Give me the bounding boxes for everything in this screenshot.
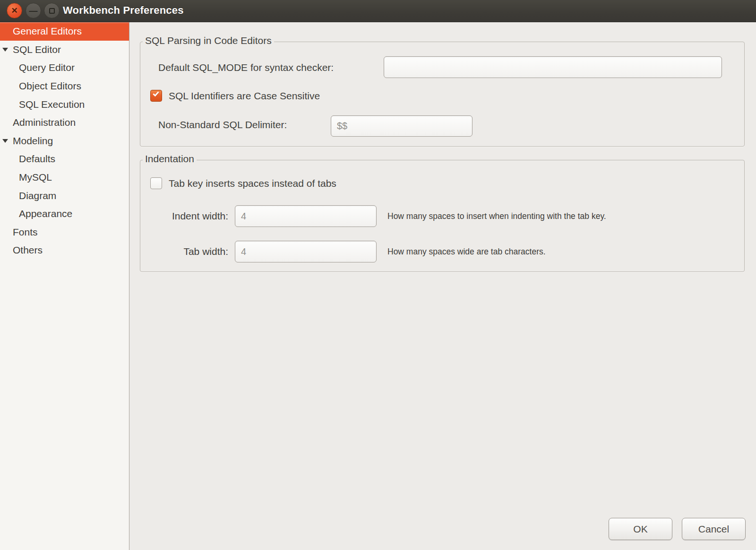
chevron-down-icon[interactable] bbox=[2, 139, 8, 143]
group-sql-parsing-title: SQL Parsing in Code Editors bbox=[143, 35, 274, 46]
sidebar-item-label: Appearance bbox=[19, 208, 72, 219]
ok-button[interactable]: OK bbox=[609, 518, 672, 540]
sidebar-item-label: General Editors bbox=[13, 26, 82, 37]
sidebar-item-label: Query Editor bbox=[19, 62, 75, 73]
indent-width-input[interactable] bbox=[235, 205, 377, 227]
sidebar: General Editors SQL Editor Query Editor … bbox=[0, 22, 129, 550]
sidebar-item-label: Modeling bbox=[13, 135, 53, 147]
close-icon: ✕ bbox=[11, 7, 17, 15]
sidebar-item-defaults[interactable]: Defaults bbox=[0, 150, 129, 168]
delimiter-label: Non-Standard SQL Delimiter: bbox=[158, 118, 287, 131]
settings-panel: SQL Parsing in Code Editors Default SQL_… bbox=[129, 22, 756, 550]
sidebar-item-object-editors[interactable]: Object Editors bbox=[0, 77, 129, 96]
tab-width-description: How many spaces wide are tab characters. bbox=[387, 246, 546, 257]
sidebar-item-general-editors[interactable]: General Editors bbox=[0, 22, 129, 41]
sidebar-item-query-editor[interactable]: Query Editor bbox=[0, 59, 129, 77]
sidebar-item-label: Object Editors bbox=[19, 80, 81, 92]
sql-mode-input[interactable] bbox=[384, 56, 722, 78]
cancel-button[interactable]: Cancel bbox=[682, 518, 746, 540]
sidebar-item-administration[interactable]: Administration bbox=[0, 113, 129, 132]
sidebar-item-modeling[interactable]: Modeling bbox=[0, 132, 129, 150]
sidebar-item-sql-execution[interactable]: SQL Execution bbox=[0, 95, 129, 113]
window-title: Workbench Preferences bbox=[63, 4, 184, 17]
maximize-button[interactable] bbox=[44, 3, 60, 18]
sidebar-item-mysql[interactable]: MySQL bbox=[0, 168, 129, 187]
sidebar-item-appearance[interactable]: Appearance bbox=[0, 205, 129, 223]
ok-button-label: OK bbox=[633, 524, 647, 535]
preferences-window: ✕ — Workbench Preferences General Editor… bbox=[0, 0, 756, 550]
group-indentation-title: Indentation bbox=[143, 153, 197, 165]
close-button[interactable]: ✕ bbox=[7, 3, 22, 18]
sidebar-item-label: SQL Execution bbox=[19, 99, 85, 110]
sidebar-item-label: MySQL bbox=[19, 172, 52, 183]
sidebar-item-sql-editor[interactable]: SQL Editor bbox=[0, 41, 129, 59]
maximize-icon bbox=[49, 8, 55, 14]
case-sensitive-label: SQL Identifiers are Case Sensitive bbox=[169, 89, 320, 103]
sidebar-item-fonts[interactable]: Fonts bbox=[0, 223, 129, 242]
minimize-button[interactable]: — bbox=[26, 3, 41, 18]
tab-spaces-label: Tab key inserts spaces instead of tabs bbox=[169, 177, 336, 190]
tab-width-label: Tab width: bbox=[148, 245, 228, 258]
app-body: General Editors SQL Editor Query Editor … bbox=[0, 22, 756, 550]
sidebar-item-label: Administration bbox=[13, 117, 76, 128]
cancel-button-label: Cancel bbox=[698, 524, 729, 535]
indent-width-label: Indent width: bbox=[148, 210, 228, 223]
sidebar-item-label: Fonts bbox=[13, 227, 38, 238]
sql-mode-label: Default SQL_MODE for syntax checker: bbox=[158, 61, 334, 74]
minimize-icon: — bbox=[29, 7, 38, 15]
sidebar-item-others[interactable]: Others bbox=[0, 241, 129, 260]
sidebar-item-label: Defaults bbox=[19, 153, 55, 165]
titlebar: ✕ — Workbench Preferences bbox=[0, 0, 756, 22]
tab-width-input[interactable] bbox=[235, 241, 377, 262]
indent-width-description: How many spaces to insert when indenting… bbox=[387, 211, 606, 221]
chevron-down-icon[interactable] bbox=[2, 48, 8, 52]
tab-spaces-checkbox[interactable] bbox=[150, 177, 162, 189]
sidebar-item-label: SQL Editor bbox=[13, 44, 61, 55]
check-icon bbox=[153, 90, 159, 97]
case-sensitive-checkbox[interactable] bbox=[150, 90, 162, 102]
sidebar-item-label: Diagram bbox=[19, 190, 56, 201]
sidebar-item-label: Others bbox=[13, 244, 43, 256]
delimiter-input[interactable] bbox=[331, 115, 472, 137]
sidebar-item-diagram[interactable]: Diagram bbox=[0, 186, 129, 205]
